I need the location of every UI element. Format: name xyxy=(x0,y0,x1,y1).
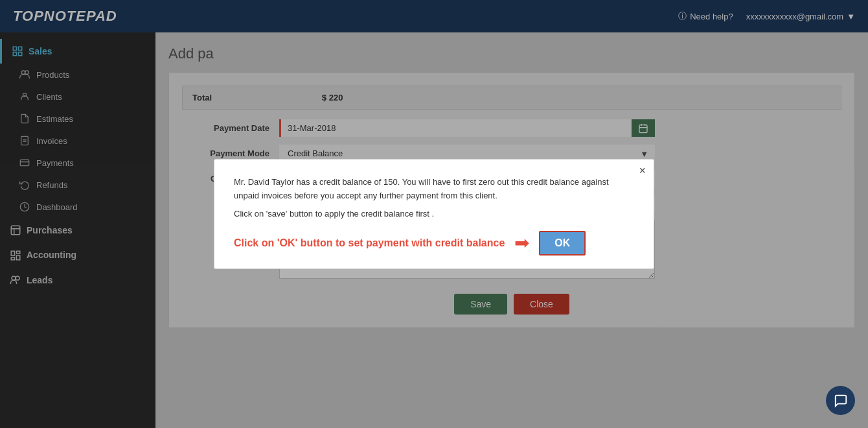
modal-cta-text: Click on 'OK' button to set payment with… xyxy=(234,237,505,249)
modal-ok-button[interactable]: OK xyxy=(539,231,586,256)
chat-bubble[interactable] xyxy=(826,386,855,415)
modal-overlay: × Mr. David Taylor has a credit balance … xyxy=(0,0,868,428)
modal-message-line2: Click on 'save' button to apply the cred… xyxy=(234,208,634,221)
modal-close-button[interactable]: × xyxy=(639,165,646,176)
modal-message-line1: Mr. David Taylor has a credit balance of… xyxy=(234,176,634,203)
modal-dialog: × Mr. David Taylor has a credit balance … xyxy=(214,159,654,269)
arrow-icon: ➡ xyxy=(514,234,529,252)
modal-action-row: Click on 'OK' button to set payment with… xyxy=(234,231,634,256)
